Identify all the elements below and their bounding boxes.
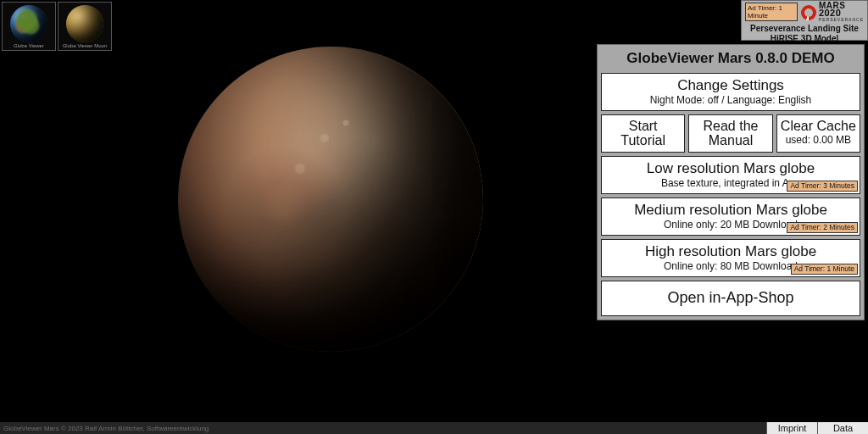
read-manual-button[interactable]: Read the Manual [688,114,772,153]
mars2020-logo: MARS 2020 PERSEVERANCE [801,3,864,23]
button-label: Manual [691,133,770,147]
footer-bar: GlobeViewer Mars © 2023 Ralf Armin Böttc… [0,422,868,434]
start-tutorial-button[interactable]: Start Tutorial [601,114,685,153]
mission-mark-icon [801,5,816,20]
open-shop-button[interactable]: Open in-App-Shop [601,281,860,316]
ad-timer-badge: Ad Timer: 1 Minute [791,264,858,275]
imprint-button[interactable]: Imprint [766,422,817,434]
brand-sub: PERSEVERANCE [819,16,864,23]
button-label: Change Settings [607,77,854,93]
button-label: Tutorial [604,133,682,147]
promo-caption-2: HiRISE 3D Model [745,34,864,43]
change-settings-button[interactable]: Change Settings Night Mode: off / Langua… [601,73,860,111]
thumb-label: Globe Viewer [3,42,55,50]
medium-res-button[interactable]: Medium resolution Mars globe Online only… [601,198,860,236]
button-label: Open in-App-Shop [607,285,854,311]
brand-line2: 2020 [819,9,864,16]
promo-caption-1: Perseverance Landing Site [745,24,864,33]
ad-timer-badge: Ad Timer: 1 Minute [745,3,798,21]
button-sub: Night Mode: off / Language: English [607,94,854,106]
button-label: High resolution Mars globe [607,243,854,259]
button-label: Read the [691,119,770,133]
clear-cache-button[interactable]: Clear Cache used: 0.00 MB [776,114,860,153]
thumb-globe-viewer-moon[interactable]: Globe Viewer Moon [58,2,112,51]
high-res-button[interactable]: High resolution Mars globe Online only: … [601,239,860,277]
thumb-globe-viewer[interactable]: Globe Viewer [2,2,56,51]
button-label: Start [604,119,682,133]
panel-title: GlobeViewer Mars 0.8.0 DEMO [601,48,860,70]
ad-timer-badge: Ad Timer: 3 Minutes [787,181,858,192]
button-sub: used: 0.00 MB [779,134,858,146]
button-label: Clear Cache [779,119,858,133]
button-label: Low resolution Mars globe [607,160,854,176]
main-menu-panel: GlobeViewer Mars 0.8.0 DEMO Change Setti… [597,44,865,320]
mars-globe[interactable] [178,47,483,352]
mars2020-promo[interactable]: Ad Timer: 1 Minute MARS 2020 PERSEVERANC… [741,0,868,41]
data-button[interactable]: Data [817,422,868,434]
low-res-button[interactable]: Low resolution Mars globe Base texture, … [601,156,860,194]
earth-icon [10,5,47,42]
action-row: Start Tutorial Read the Manual Clear Cac… [601,114,860,153]
moon-icon [66,5,103,42]
ad-timer-badge: Ad Timer: 2 Minutes [787,222,858,233]
thumb-label: Globe Viewer Moon [58,42,111,50]
product-thumbnails: Globe Viewer Globe Viewer Moon [2,2,112,51]
button-label: Medium resolution Mars globe [607,202,854,218]
copyright-text: GlobeViewer Mars © 2023 Ralf Armin Böttc… [0,425,766,432]
